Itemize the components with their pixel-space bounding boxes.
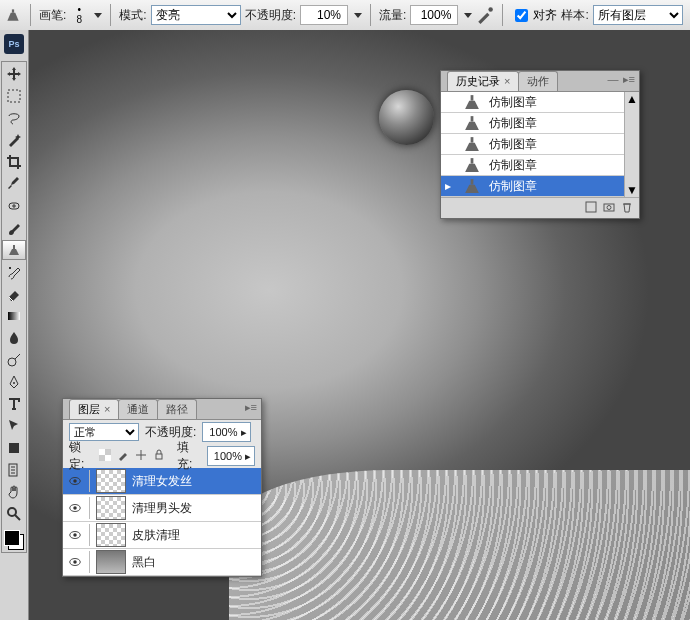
lock-all-icon[interactable] [153,449,165,464]
foreground-color-swatch[interactable] [4,530,20,546]
svg-point-10 [8,508,16,516]
scroll-down-arrow[interactable]: ▼ [625,183,639,197]
clone-stamp-icon [461,135,483,153]
history-item[interactable]: 仿制图章 [441,113,624,134]
dodge-tool[interactable] [2,350,26,370]
eyedropper-tool[interactable] [2,174,26,194]
visibility-toggle-icon[interactable] [67,473,83,489]
history-item[interactable]: ▸仿制图章 [441,176,624,197]
history-pointer-icon: ▸ [445,179,455,193]
layer-name[interactable]: 黑白 [132,554,156,571]
airbrush-icon[interactable] [476,6,494,24]
svg-rect-12 [471,116,474,122]
sample-select[interactable]: 所有图层 [593,5,683,25]
toolbox [1,61,27,553]
brush-tool[interactable] [2,218,26,238]
svg-point-6 [8,358,16,366]
layer-thumbnail[interactable] [96,550,126,574]
brush-picker-arrow[interactable] [94,13,102,18]
svg-rect-20 [99,449,105,455]
options-bar: 画笔: • 8 模式: 变亮 不透明度: 10% 流量: 100% 对齐 样本:… [0,0,690,31]
marquee-tool[interactable] [2,86,26,106]
tab-layers[interactable]: 图层× [69,399,119,419]
lock-transparency-icon[interactable] [99,449,111,464]
minimize-icon[interactable]: — [608,73,619,86]
clone-stamp-tool[interactable] [2,240,26,260]
tab-paths[interactable]: 路径 [157,399,197,419]
layer-thumbnail[interactable] [96,523,126,547]
visibility-toggle-icon[interactable] [67,554,83,570]
lock-label: 锁定: [69,439,93,473]
panel-menu-icon[interactable]: ▸≡ [245,401,257,414]
layer-thumbnail[interactable] [96,496,126,520]
notes-tool[interactable] [2,460,26,480]
opacity-value[interactable]: 10% [300,5,348,25]
opacity-arrow[interactable] [354,13,362,18]
pen-tool[interactable] [2,372,26,392]
flow-value[interactable]: 100% [410,5,458,25]
history-footer [441,197,639,218]
layer-item[interactable]: 皮肤清理 [63,522,261,549]
layer-item[interactable]: 清理男头发 [63,495,261,522]
clone-stamp-icon [461,93,483,111]
type-tool[interactable] [2,394,26,414]
trash-icon[interactable] [621,201,633,216]
svg-point-18 [607,205,611,209]
zoom-tool[interactable] [2,504,26,524]
svg-rect-15 [471,179,474,185]
layer-name[interactable]: 皮肤清理 [132,527,180,544]
visibility-toggle-icon[interactable] [67,527,83,543]
fill-label: 填充: [177,439,201,473]
close-icon[interactable]: × [104,403,110,415]
history-panel: 历史记录× 动作 — ▸≡ 仿制图章仿制图章仿制图章仿制图章▸仿制图章 ▲ ▼ [440,70,640,219]
history-item-label: 仿制图章 [489,157,537,174]
move-tool[interactable] [2,64,26,84]
gradient-tool[interactable] [2,306,26,326]
close-icon[interactable]: × [504,75,510,87]
history-item[interactable]: 仿制图章 [441,155,624,176]
flow-arrow[interactable] [464,13,472,18]
hand-tool[interactable] [2,482,26,502]
brush-preview[interactable]: • 8 [70,6,88,24]
tab-history[interactable]: 历史记录× [447,71,519,91]
visibility-toggle-icon[interactable] [67,500,83,516]
snapshot-icon[interactable] [603,201,615,216]
layer-thumbnail[interactable] [96,469,126,493]
create-document-from-state-icon[interactable] [585,201,597,216]
scroll-up-arrow[interactable]: ▲ [625,92,639,106]
svg-rect-13 [471,137,474,143]
history-item[interactable]: 仿制图章 [441,92,624,113]
layer-opacity-value[interactable]: 100% ▸ [202,422,250,442]
lock-position-icon[interactable] [135,449,147,464]
shape-tool[interactable] [2,438,26,458]
color-swatches[interactable] [4,530,24,550]
blend-mode-select[interactable]: 变亮 [151,5,241,25]
panel-menu-icon[interactable]: ▸≡ [623,73,635,86]
svg-point-30 [73,560,77,564]
canvas-illustration-lace [229,470,690,620]
tab-channels[interactable]: 通道 [118,399,158,419]
layer-item[interactable]: 黑白 [63,549,261,576]
crop-tool[interactable] [2,152,26,172]
sample-label: 样本: [561,7,588,24]
lock-pixels-icon[interactable] [117,449,129,464]
fill-value[interactable]: 100% ▸ [207,446,255,466]
magic-wand-tool[interactable] [2,130,26,150]
svg-rect-8 [9,443,19,453]
healing-brush-tool[interactable] [2,196,26,216]
mode-label: 模式: [119,7,146,24]
blur-tool[interactable] [2,328,26,348]
lasso-tool[interactable] [2,108,26,128]
layer-name[interactable]: 清理男头发 [132,500,192,517]
history-scrollbar[interactable]: ▲ ▼ [624,92,639,197]
tab-actions[interactable]: 动作 [518,71,558,91]
history-brush-tool[interactable] [2,262,26,282]
aligned-checkbox[interactable]: 对齐 [511,6,557,25]
eraser-tool[interactable] [2,284,26,304]
layers-panel: 图层× 通道 路径 ▸≡ 正常 不透明度: 100% ▸ 锁定: 填充: 100… [62,398,262,577]
history-item[interactable]: 仿制图章 [441,134,624,155]
svg-point-26 [73,506,77,510]
svg-rect-5 [8,312,20,320]
path-selection-tool[interactable] [2,416,26,436]
layer-name[interactable]: 清理女发丝 [132,473,192,490]
